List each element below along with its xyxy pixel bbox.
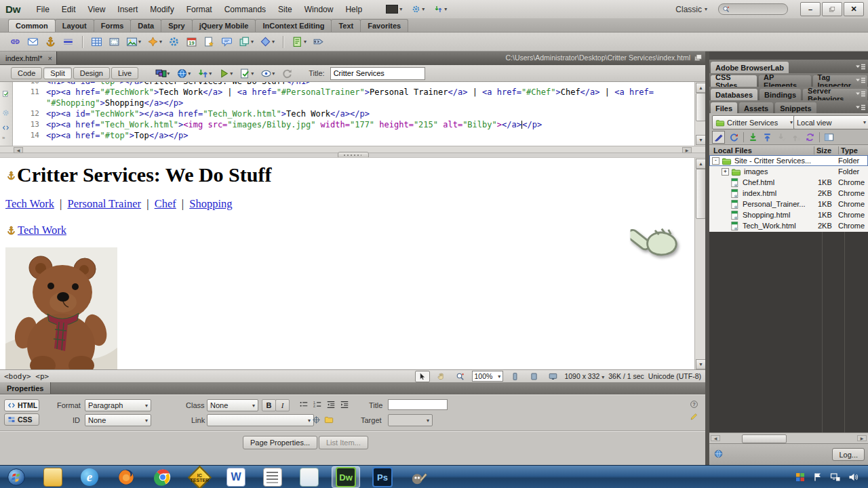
refresh-icon[interactable] (281, 68, 293, 79)
insert-tab-layout[interactable]: Layout (55, 19, 94, 32)
id-select[interactable]: None▾ (85, 414, 151, 426)
more-icon[interactable]: » (2, 135, 5, 141)
code-line[interactable]: 13<p><a href="Tech_Work.html"><img src="… (12, 119, 694, 130)
get-files-icon[interactable] (748, 132, 758, 142)
italic-button[interactable]: I (275, 399, 290, 411)
file-row-personal-trainer-[interactable]: Personal_Trainer...1KBChrome (709, 199, 868, 209)
image-icon[interactable]: ▾ (126, 36, 141, 47)
browse-folder-icon[interactable] (324, 415, 334, 424)
refresh-icon[interactable] (729, 132, 739, 142)
view-button-live[interactable]: Live (111, 67, 138, 79)
panel-menu-icon[interactable] (855, 91, 866, 98)
menu-help[interactable]: Help (339, 5, 368, 14)
insert-tab-incontext-editing[interactable]: InContext Editing (255, 19, 332, 32)
zoom-level-select[interactable]: 100%▾ (472, 371, 504, 382)
menu-modify[interactable]: Modify (144, 5, 180, 14)
nav-link-tech-work[interactable]: Tech Work (5, 197, 54, 210)
table-icon[interactable] (91, 36, 102, 47)
design-view[interactable]: Critter Services: We Do Stuff Tech Work … (0, 157, 705, 370)
tablet-size-icon[interactable] (526, 371, 541, 382)
head-icon[interactable]: ▾ (239, 36, 254, 47)
scroll-down-icon[interactable]: ▼ (696, 135, 705, 145)
help-icon[interactable] (690, 399, 698, 409)
nav-link-shopping[interactable]: Shopping (189, 197, 232, 210)
scroll-left-icon[interactable]: ◀ (711, 435, 720, 441)
insert-tab-text[interactable]: Text (331, 19, 361, 32)
expand-panel-icon[interactable] (824, 132, 834, 142)
mobile-size-icon[interactable] (507, 371, 522, 382)
menu-file[interactable]: File (31, 5, 56, 14)
check-browser-compat-icon[interactable]: ▾ (239, 68, 254, 79)
tab-close-icon[interactable]: × (47, 54, 52, 62)
tag-chooser-icon[interactable] (313, 36, 324, 47)
named-anchor-icon[interactable] (45, 36, 56, 47)
menu-window[interactable]: Window (298, 5, 340, 14)
window-size[interactable]: 1090 x 332 ▾ (564, 372, 604, 380)
taskbar-chrome[interactable] (149, 467, 176, 487)
view-button-code[interactable]: Code (11, 67, 42, 79)
collapse-tag-icon[interactable] (2, 123, 9, 131)
insert-div-icon[interactable] (108, 36, 120, 47)
tech-work-link[interactable]: Tech Work (18, 224, 66, 237)
code-view[interactable]: 10<h1><a id="top"></a>Critter Services: … (0, 82, 705, 146)
html-mode-button[interactable]: HTML (4, 399, 39, 411)
panel-menu-icon[interactable] (855, 77, 866, 84)
taskbar-word[interactable]: W (222, 467, 250, 487)
email-link-icon[interactable] (27, 36, 39, 47)
scroll-down-icon[interactable]: ▼ (696, 359, 705, 369)
open-documents-icon[interactable] (2, 89, 9, 98)
collapse-icon[interactable]: - (712, 157, 719, 165)
minimize-button[interactable]: – (800, 2, 821, 16)
files-scroll-thumb[interactable] (742, 434, 787, 443)
desktop-size-icon[interactable] (545, 371, 560, 382)
link-combo[interactable]: ▾ (207, 414, 314, 426)
code-line[interactable]: 10<h1><a id="top"></a>Critter Services: … (12, 82, 694, 87)
site-select[interactable]: Critter Services▾ (712, 115, 796, 129)
preview-in-browser-icon[interactable]: ▾ (176, 68, 191, 79)
taskbar-writer[interactable] (259, 467, 286, 487)
code-line[interactable]: 12<p><a id="TechWork"></a><a href="Tech_… (12, 108, 694, 119)
extensions-gear-icon[interactable]: ▾ (412, 5, 425, 14)
close-button[interactable]: ✕ (844, 2, 864, 16)
date-icon[interactable] (186, 36, 197, 47)
panel-tab-ap-elements[interactable]: AP Elements (759, 75, 810, 87)
insert-tab-favorites[interactable]: Favorites (360, 19, 408, 32)
taskbar-gimp[interactable] (406, 467, 433, 487)
files-horizontal-scrollbar[interactable]: ◀ ▶ (709, 432, 868, 444)
file-row-chef-html[interactable]: Chef.html1KBChrome (709, 177, 868, 188)
insert-tab-jquery-mobile[interactable]: jQuery Mobile (192, 19, 256, 32)
updater-tray-icon[interactable] (795, 472, 806, 483)
nav-link-chef[interactable]: Chef (155, 197, 176, 210)
insert-tab-common[interactable]: Common (8, 19, 56, 32)
insert-tab-forms[interactable]: Forms (94, 19, 132, 32)
workspace-switcher[interactable]: Classic▾ (675, 5, 707, 14)
bold-button[interactable]: B (262, 399, 276, 411)
widget-icon[interactable] (168, 36, 180, 47)
file-row-tech-work-html[interactable]: Tech_Work.html2KBChrome (709, 220, 868, 231)
page-properties-button[interactable]: Page Properties... (243, 436, 317, 449)
server-include-icon[interactable] (203, 36, 215, 47)
properties-tab[interactable]: Properties (0, 382, 51, 394)
scroll-left-icon[interactable]: ◀ (14, 147, 23, 153)
script-icon[interactable]: ▾ (260, 36, 275, 47)
taskbar-dreamweaver[interactable]: Dw (332, 467, 359, 487)
tab-adobe-browserlab[interactable]: Adobe BrowserLab (711, 62, 789, 73)
scroll-right-icon[interactable]: ▶ (857, 435, 867, 441)
file-row-images[interactable]: +imagesFolder (709, 166, 868, 177)
start-button[interactable] (3, 467, 30, 487)
visual-aids-icon[interactable]: ▾ (260, 68, 275, 79)
view-button-split[interactable]: Split (43, 67, 71, 79)
menu-insert[interactable]: Insert (111, 5, 144, 14)
menu-format[interactable]: Format (180, 5, 218, 14)
restore-button[interactable] (822, 2, 842, 16)
related-files-icon[interactable] (694, 54, 703, 62)
tag-selector[interactable]: <body> <p> (4, 372, 49, 381)
file-row-shopping-html[interactable]: Shopping.html1KBChrome (709, 209, 868, 220)
volume-tray-icon[interactable] (848, 472, 859, 483)
insert-tab-spry[interactable]: Spry (161, 19, 192, 32)
taskbar-ic-tester[interactable]: IC TESTER (186, 467, 213, 487)
css-mode-button[interactable]: CSS (4, 413, 39, 426)
scroll-up-icon[interactable]: ▲ (696, 83, 705, 93)
panel-menu-icon[interactable] (855, 104, 866, 111)
page-title-input[interactable] (330, 67, 425, 80)
